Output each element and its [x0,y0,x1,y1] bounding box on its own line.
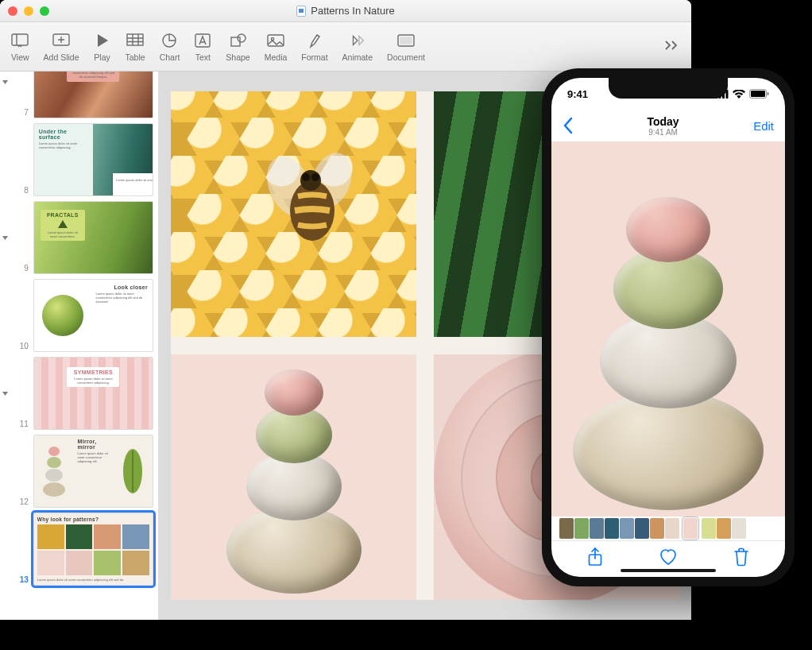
disclosure-triangle[interactable] [0,390,11,397]
view-icon [11,32,29,49]
window-title: Patterns In Nature [0,5,691,17]
toolbar-overflow-button[interactable] [663,37,680,57]
photo-strip-thumb[interactable] [732,518,746,539]
thumb-title: Why look for patterns? [37,517,149,522]
shape-icon [230,32,247,49]
toolbutton-label: Document [387,52,425,62]
svg-rect-32 [768,92,769,95]
toolbar: View Add Slide Play Table Chart Text Sha… [0,22,691,72]
photo-strip-thumb[interactable] [702,518,716,539]
toolbutton-label: Play [94,52,110,62]
animate-button[interactable]: Animate [342,32,373,62]
photo-strip-thumb[interactable] [559,518,574,539]
slide-navigator[interactable]: 7 LAYERS Lorem ipsum dolor sit amet cons… [0,72,159,620]
photo-strip-thumb[interactable] [574,518,589,539]
slide-thumbnail-12[interactable]: Mirror, mirror Lorem ipsum dolor sit ame… [33,435,153,508]
view-button[interactable]: View [11,32,29,62]
titlebar[interactable]: Patterns In Nature [0,0,691,22]
photo-strip-thumb[interactable] [620,518,634,539]
slide-image-urchin-stack[interactable] [171,354,416,600]
photo-strip-thumb[interactable] [717,518,731,539]
svg-point-24 [302,173,310,181]
toolbutton-label: Add Slide [44,52,79,62]
battery-icon [749,89,769,99]
plus-icon [52,32,70,49]
photo-strip-thumb[interactable] [605,518,619,539]
window-title-text: Patterns In Nature [311,5,395,17]
iphone-device: 9:41 Today 9:41 AM Edit [542,68,795,586]
photo-strip-thumb[interactable] [683,518,698,539]
toolbutton-label: View [11,52,29,62]
text-icon [194,32,211,49]
slide-thumbnail-8[interactable]: Under the surface Lorem ipsum dolor sit … [33,123,153,196]
format-button[interactable]: Format [301,32,327,62]
toolbutton-label: Animate [342,52,373,62]
photo-strip-thumb[interactable] [590,518,604,539]
play-button[interactable]: Play [94,32,111,62]
document-button[interactable]: Document [387,32,425,62]
document-proxy-icon[interactable] [296,6,306,17]
disclosure-triangle[interactable] [0,234,11,242]
svg-rect-17 [400,37,412,44]
document-icon [397,32,415,49]
favorite-button[interactable] [659,548,678,566]
table-button[interactable]: Table [126,32,145,62]
svg-point-25 [311,173,319,181]
wifi-icon [733,90,745,99]
slide-number: 13 [16,575,29,586]
iphone-screen: 9:41 Today 9:41 AM Edit [551,78,785,577]
thumb-row: 12 Mirror, mirror Lorem ipsum dolor sit … [0,432,158,510]
photo-viewer[interactable] [551,141,785,517]
thumb-title: Under the surface [39,129,89,140]
thumb-row: 13 Why look for patterns? Lorem ipsum do… [0,510,158,588]
slide-thumbnail-7[interactable]: LAYERS Lorem ipsum dolor sit amet consec… [33,72,153,118]
bee-illustration [258,139,369,250]
media-button[interactable]: Media [265,32,288,62]
svg-rect-5 [127,34,143,45]
toolbutton-label: Format [301,52,327,62]
thumb-row: 9 FRACTALS Lorem ipsum dolor sit amet co… [0,199,158,277]
share-button[interactable] [587,547,603,567]
back-button[interactable] [563,117,573,134]
slide-thumbnail-10[interactable]: Look closer Lorem ipsum dolor sit amet c… [33,279,153,352]
photo-strip-thumb[interactable] [635,518,649,539]
slide-number: 9 [16,264,29,274]
text-button[interactable]: Text [194,32,211,62]
home-indicator[interactable] [621,569,716,572]
svg-rect-31 [751,91,765,97]
chevrons-icon [663,37,680,54]
thumb-row: 10 Look closer Lorem ipsum dolor sit ame… [0,277,158,354]
slide-thumbnail-11[interactable]: SYMMETRIES Lorem ipsum dolor sit amet co… [33,357,153,430]
animate-icon [349,32,366,49]
delete-button[interactable] [733,547,749,567]
media-icon [267,32,284,49]
shape-button[interactable]: Shape [226,32,249,62]
chart-button[interactable]: Chart [160,32,180,62]
toolbutton-label: Media [265,52,288,62]
thumb-title: Mirror, mirror [78,439,110,450]
format-icon [306,32,323,49]
edit-button[interactable]: Edit [753,119,774,133]
add-slide-button[interactable]: Add Slide [44,32,79,62]
toolbutton-label: Text [195,52,211,62]
photo-strip-thumb[interactable] [665,518,679,539]
nav-subtitle: 9:41 AM [647,128,679,137]
slide-thumbnail-13[interactable]: Why look for patterns? Lorem ipsum dolor… [33,513,153,586]
slide-thumbnail-9[interactable]: FRACTALS Lorem ipsum dolor sit amet cons… [33,201,153,274]
photo-strip-thumb[interactable] [650,518,664,539]
nav-title-group: Today 9:41 AM [647,115,679,137]
photo-thumbnail-strip[interactable] [551,517,785,540]
thumb-row: 11 SYMMETRIES Lorem ipsum dolor sit amet… [0,354,158,432]
slide-number: 11 [16,420,29,430]
slide-number: 12 [16,497,29,508]
svg-point-23 [300,170,321,191]
thumb-row: 8 Under the surface Lorem ipsum dolor si… [0,121,158,199]
thumb-title: SYMMETRIES [70,369,116,375]
nav-title: Today [647,115,679,128]
toolbutton-label: Shape [226,52,249,62]
thumb-title: FRACTALS [44,212,82,218]
slide-image-honeycomb[interactable] [171,91,416,337]
disclosure-triangle[interactable] [0,79,11,86]
table-icon [126,32,144,49]
chart-icon [160,32,178,49]
